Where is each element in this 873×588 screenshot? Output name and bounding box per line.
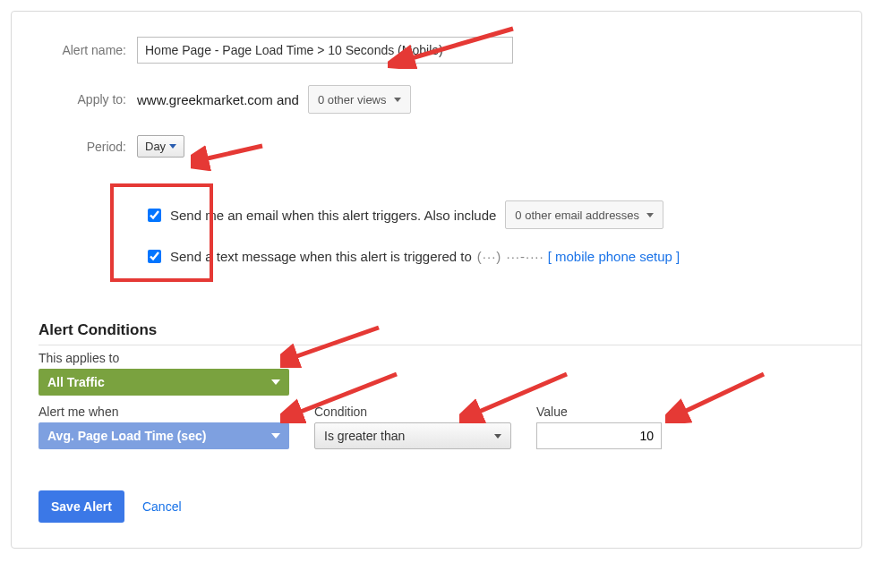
apply-to-site: www.greekmarket.com and	[137, 92, 299, 107]
label-period: Period:	[39, 140, 137, 154]
apply-to-and: and	[273, 92, 299, 107]
email-checkbox[interactable]	[148, 209, 161, 222]
value-col: Value	[536, 399, 662, 449]
caret-down-icon	[271, 433, 280, 439]
notify-block: Send me an email when this alert trigger…	[137, 179, 834, 291]
notify-sms-row: Send a text message when this alert is t…	[144, 247, 827, 266]
notify-email-row: Send me an email when this alert trigger…	[144, 200, 827, 229]
actions-row: Save Alert Cancel	[39, 490, 834, 523]
label-apply-to: Apply to:	[39, 92, 137, 107]
caret-down-icon	[394, 98, 401, 102]
other-emails-label: 0 other email addresses	[515, 209, 639, 222]
caret-down-icon	[169, 144, 176, 149]
condition-col: Condition Is greater than	[314, 399, 511, 449]
period-value: Day	[145, 140, 166, 153]
other-views-dropdown[interactable]: 0 other views	[308, 85, 411, 114]
row-alert-name: Alert name:	[39, 37, 834, 64]
alert-name-input[interactable]	[137, 37, 513, 64]
sms-phone-number: (···) ···-····	[477, 249, 544, 264]
other-views-label: 0 other views	[318, 93, 387, 107]
email-checkbox-label: Send me an email when this alert trigger…	[170, 208, 496, 223]
label-alert-name: Alert name:	[39, 43, 137, 57]
value-label: Value	[536, 405, 662, 419]
other-emails-dropdown[interactable]: 0 other email addresses	[505, 200, 663, 229]
condition-row: Alert me when Avg. Page Load Time (sec) …	[39, 399, 834, 449]
caret-down-icon	[494, 434, 501, 439]
period-dropdown[interactable]: Day	[137, 135, 184, 158]
divider	[39, 345, 861, 345]
row-apply-to: Apply to: www.greekmarket.com and 0 othe…	[39, 85, 834, 114]
applies-to-label: This applies to	[39, 351, 834, 365]
alert-when-label: Alert me when	[39, 405, 289, 419]
condition-dropdown[interactable]: Is greater than	[314, 422, 511, 449]
section-title-conditions: Alert Conditions	[39, 321, 834, 339]
applies-to-value: All Traffic	[47, 375, 105, 389]
alert-form-card: Alert name: Apply to: www.greekmarket.co…	[11, 11, 862, 549]
alert-when-dropdown[interactable]: Avg. Page Load Time (sec)	[39, 422, 289, 449]
alert-when-value: Avg. Page Load Time (sec)	[47, 429, 206, 443]
mobile-phone-setup-link[interactable]: [ mobile phone setup ]	[548, 249, 680, 264]
condition-label: Condition	[314, 405, 511, 419]
alert-when-col: Alert me when Avg. Page Load Time (sec)	[39, 399, 289, 449]
save-alert-button[interactable]: Save Alert	[39, 490, 124, 523]
sms-checkbox-label: Send a text message when this alert is t…	[170, 249, 472, 264]
sms-checkbox[interactable]	[148, 250, 161, 263]
caret-down-icon	[271, 379, 280, 385]
value-input[interactable]	[536, 422, 662, 449]
cancel-link[interactable]: Cancel	[142, 499, 182, 514]
condition-value: Is greater than	[324, 429, 405, 443]
applies-to-dropdown[interactable]: All Traffic	[39, 369, 289, 396]
apply-to-site-name: www.greekmarket.com	[137, 92, 273, 107]
caret-down-icon	[646, 213, 654, 217]
row-period: Period: Day	[39, 135, 834, 158]
